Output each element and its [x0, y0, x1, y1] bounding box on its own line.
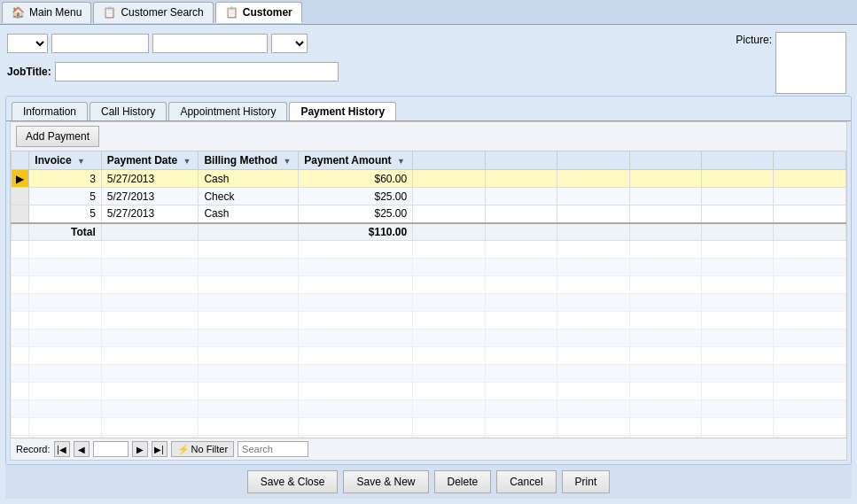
empty-row: [12, 383, 846, 400]
column-payment-date[interactable]: Payment Date ▼: [101, 151, 199, 170]
empty-amount: [299, 276, 413, 294]
suffix-dropdown[interactable]: Jr. Sr.: [271, 34, 308, 53]
e-extra-2: [485, 294, 557, 312]
column-billing-method[interactable]: Billing Method ▼: [199, 151, 299, 170]
table-header-row: Invoice ▼ Payment Date ▼ Billing Method …: [12, 151, 846, 170]
tab-information[interactable]: Information: [12, 102, 88, 120]
empty-invoice: [29, 400, 101, 418]
extra-6: [774, 170, 846, 188]
empty-method: [199, 330, 299, 347]
e-extra-1: [413, 347, 485, 365]
column-payment-amount[interactable]: Payment Amount ▼: [299, 151, 413, 170]
empty-row: [12, 276, 846, 294]
tab-payment-history[interactable]: Payment History: [289, 102, 396, 120]
print-button[interactable]: Print: [562, 470, 611, 493]
empty-row: [12, 418, 846, 436]
cancel-button[interactable]: Cancel: [496, 470, 556, 493]
empty-indicator: [12, 418, 29, 436]
customer-icon: 📋: [225, 6, 238, 19]
table-row[interactable]: ▶ 3 5/27/2013 Cash $60.00: [12, 170, 846, 188]
e-extra-5: [701, 259, 773, 276]
empty-method: [199, 241, 299, 259]
e-extra-2: [485, 347, 557, 365]
save-close-button[interactable]: Save & Close: [247, 470, 339, 493]
tab-main-menu-label: Main Menu: [29, 6, 82, 19]
date-sort-icon: ▼: [183, 157, 191, 166]
e-extra-5: [701, 312, 773, 330]
empty-indicator: [12, 276, 29, 294]
e-extra-2: [485, 418, 557, 436]
jobtitle-input[interactable]: [55, 62, 339, 81]
empty-indicator: [12, 241, 29, 259]
e-extra-5: [701, 400, 773, 418]
empty-amount: [299, 418, 413, 436]
empty-row: [12, 241, 846, 259]
e-extra-2: [485, 259, 557, 276]
e-extra-5: [701, 383, 773, 400]
table-row[interactable]: 5 5/27/2013 Check $25.00: [12, 188, 846, 205]
extra-2: [485, 205, 557, 223]
customer-search-icon: 📋: [103, 6, 116, 19]
column-date-label: Payment Date: [107, 154, 177, 167]
tab-customer-search-label: Customer Search: [121, 6, 203, 19]
extra-6: [774, 188, 846, 205]
e-extra-1: [413, 241, 485, 259]
e-extra-5: [701, 294, 773, 312]
tab-payment-history-label: Payment History: [300, 105, 385, 118]
record-label: Record:: [16, 444, 51, 454]
e-extra-3: [557, 383, 629, 400]
nav-last-button[interactable]: ▶|: [152, 441, 168, 457]
tab-main-menu[interactable]: 🏠 Main Menu: [2, 2, 91, 23]
date-cell: 5/27/2013: [101, 188, 199, 205]
extra-6: [774, 205, 846, 223]
delete-button[interactable]: Delete: [434, 470, 492, 493]
tab-appointment-history[interactable]: Appointment History: [168, 102, 287, 120]
method-sort-icon: ▼: [283, 157, 291, 166]
e-extra-2: [485, 312, 557, 330]
add-payment-button[interactable]: Add Payment: [16, 126, 99, 147]
empty-invoice: [29, 276, 101, 294]
nav-prev-button[interactable]: ◀: [74, 441, 90, 457]
t-extra-5: [701, 223, 773, 241]
empty-indicator: [12, 330, 29, 347]
extra-col-1: [413, 151, 485, 170]
tab-customer-label: Customer: [243, 6, 292, 19]
extra-1: [413, 205, 485, 223]
payment-history-content: Add Payment Invoice ▼ Payment Date: [10, 121, 847, 461]
e-extra-3: [557, 418, 629, 436]
amount-cell: $25.00: [299, 188, 413, 205]
extra-2: [485, 170, 557, 188]
empty-date: [101, 347, 199, 365]
first-name-input[interactable]: Test: [51, 34, 149, 53]
prefix-dropdown[interactable]: Mr. Ms. Dr.: [7, 34, 48, 53]
e-extra-2: [485, 276, 557, 294]
amount-sort-icon: ▼: [397, 157, 405, 166]
table-row[interactable]: 5 5/27/2013 Cash $25.00: [12, 205, 846, 223]
payment-table: Invoice ▼ Payment Date ▼ Billing Method …: [11, 151, 846, 438]
empty-amount: [299, 347, 413, 365]
record-number-input[interactable]: [93, 441, 129, 457]
e-extra-2: [485, 330, 557, 347]
empty-amount: [299, 312, 413, 330]
save-new-button[interactable]: Save & New: [343, 470, 428, 493]
empty-indicator: [12, 294, 29, 312]
extra-4: [629, 205, 701, 223]
empty-amount: [299, 383, 413, 400]
empty-method: [199, 259, 299, 276]
column-invoice[interactable]: Invoice ▼: [29, 151, 101, 170]
tab-customer-search[interactable]: 📋 Customer Search: [93, 2, 213, 23]
e-extra-2: [485, 400, 557, 418]
tab-appointment-history-label: Appointment History: [180, 105, 276, 118]
e-extra-3: [557, 294, 629, 312]
empty-invoice: [29, 330, 101, 347]
e-extra-4: [629, 365, 701, 383]
last-name-input[interactable]: Customer: [152, 34, 268, 53]
nav-first-button[interactable]: |◀: [54, 441, 70, 457]
search-input[interactable]: [238, 441, 308, 457]
form-panel: Information Call History Appointment His…: [5, 96, 852, 465]
tab-call-history[interactable]: Call History: [90, 102, 167, 120]
t-extra-3: [557, 223, 629, 241]
nav-next-button[interactable]: ▶: [132, 441, 148, 457]
tab-customer[interactable]: 📋 Customer: [215, 2, 302, 23]
no-filter-button[interactable]: ⚡ No Filter: [171, 441, 235, 457]
